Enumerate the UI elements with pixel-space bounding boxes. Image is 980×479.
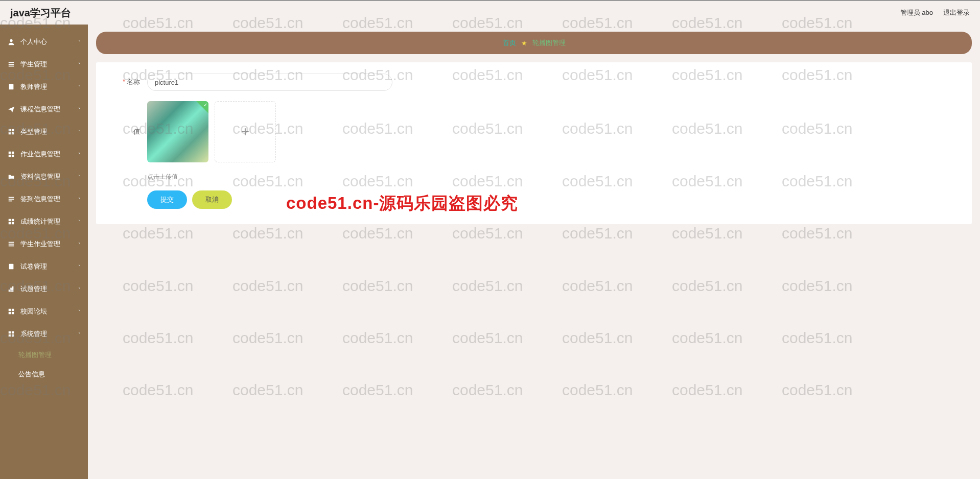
sidebar-item-student-work[interactable]: 学生作业管理 ˅ — [0, 233, 88, 255]
chevron-down-icon: ˅ — [78, 39, 81, 45]
svg-rect-32 — [12, 331, 14, 333]
svg-rect-1 — [9, 62, 14, 63]
svg-rect-30 — [12, 312, 14, 314]
sidebar-item-label: 试卷管理 — [20, 262, 47, 271]
svg-point-0 — [10, 39, 12, 42]
sidebar-item-signin[interactable]: 签到信息管理 ˅ — [0, 188, 88, 210]
svg-rect-7 — [9, 132, 11, 134]
sidebar-subitem-carousel[interactable]: 轮播图管理 — [0, 345, 88, 365]
sidebar-item-grades[interactable]: 成绩统计管理 ˅ — [0, 210, 88, 233]
sidebar-item-paper[interactable]: 试卷管理 ˅ — [0, 255, 88, 278]
name-input[interactable] — [147, 74, 392, 91]
form-row-name: 名称 — [111, 74, 956, 91]
chevron-down-icon: ˅ — [78, 264, 81, 270]
sidebar-subitem-notice[interactable]: 公告信息 — [0, 365, 88, 384]
chevron-down-icon: ˅ — [78, 242, 81, 247]
sidebar-item-label: 作业信息管理 — [20, 150, 60, 159]
svg-rect-18 — [9, 222, 11, 224]
doc-icon — [7, 83, 15, 91]
svg-rect-26 — [12, 286, 14, 292]
topbar-right: 管理员 abo 退出登录 — [900, 8, 970, 17]
uploaded-thumbnail[interactable] — [147, 101, 208, 162]
svg-rect-9 — [9, 152, 11, 154]
svg-rect-22 — [9, 246, 14, 247]
admin-label[interactable]: 管理员 abo — [900, 8, 933, 17]
sidebar-item-label: 试题管理 — [20, 284, 47, 294]
user-icon — [7, 38, 15, 46]
grid-icon — [7, 330, 15, 338]
svg-rect-11 — [9, 155, 11, 157]
sidebar-item-label: 签到信息管理 — [20, 195, 60, 204]
sidebar-item-system[interactable]: 系统管理 ˅ — [0, 323, 88, 345]
svg-rect-13 — [9, 197, 14, 198]
chevron-down-icon: ˅ — [78, 107, 81, 112]
svg-rect-12 — [12, 155, 14, 157]
upload-add-button[interactable]: + — [215, 101, 276, 162]
chevron-down-icon: ˅ — [78, 129, 81, 135]
top-bar: java学习平台 管理员 abo 退出登录 — [0, 0, 980, 25]
grid-icon — [7, 150, 15, 158]
svg-rect-15 — [9, 201, 12, 202]
svg-rect-16 — [9, 219, 11, 221]
main-area: 首页 ★ 轮播图管理 名称 值 + 点击上传值 — [88, 25, 980, 479]
cancel-button[interactable]: 取消 — [192, 190, 232, 209]
upload-area: + — [147, 101, 276, 162]
svg-rect-31 — [9, 331, 11, 333]
svg-rect-24 — [9, 290, 10, 292]
breadcrumb-home[interactable]: 首页 — [503, 38, 516, 47]
svg-rect-17 — [12, 219, 14, 221]
name-label: 名称 — [111, 74, 147, 87]
sidebar-item-label: 教师管理 — [20, 82, 47, 91]
star-icon: ★ — [521, 39, 527, 47]
sidebar-item-label: 学生管理 — [20, 60, 47, 69]
svg-rect-3 — [9, 66, 14, 67]
svg-rect-27 — [9, 309, 11, 311]
svg-rect-29 — [9, 312, 11, 314]
logout-link[interactable]: 退出登录 — [943, 8, 970, 17]
sidebar-item-type[interactable]: 类型管理 ˅ — [0, 121, 88, 143]
svg-rect-2 — [9, 64, 14, 65]
grid-icon — [7, 218, 15, 226]
value-label: 值 — [111, 127, 147, 136]
chart-icon — [7, 285, 15, 293]
chevron-down-icon: ˅ — [78, 286, 81, 292]
sidebar-item-label: 资料信息管理 — [20, 172, 60, 181]
sidebar-item-forum[interactable]: 校园论坛 ˅ — [0, 300, 88, 323]
sidebar-item-label: 课程信息管理 — [20, 105, 60, 114]
sidebar-item-question[interactable]: 试题管理 ˅ — [0, 278, 88, 300]
chevron-down-icon: ˅ — [78, 152, 81, 157]
svg-rect-21 — [9, 244, 14, 245]
app-title: java学习平台 — [10, 6, 71, 20]
svg-rect-14 — [9, 199, 14, 200]
plus-icon: + — [241, 124, 249, 140]
svg-rect-28 — [12, 309, 14, 311]
chevron-down-icon: ˅ — [78, 331, 81, 337]
sidebar-item-personal[interactable]: 个人中心 ˅ — [0, 31, 88, 53]
svg-rect-19 — [12, 222, 14, 224]
sidebar-item-label: 成绩统计管理 — [20, 217, 60, 226]
svg-rect-5 — [9, 129, 11, 131]
sidebar-item-teacher[interactable]: 教师管理 ˅ — [0, 76, 88, 98]
sidebar-item-material[interactable]: 资料信息管理 ˅ — [0, 165, 88, 188]
chevron-down-icon: ˅ — [78, 174, 81, 180]
list-icon — [7, 240, 15, 248]
chevron-down-icon: ˅ — [78, 309, 81, 315]
sidebar-item-course[interactable]: 课程信息管理 ˅ — [0, 98, 88, 121]
submit-button[interactable]: 提交 — [147, 190, 187, 209]
bars-icon — [7, 195, 15, 203]
list-icon — [7, 60, 15, 68]
sidebar-item-label: 系统管理 — [20, 329, 47, 339]
sidebar-item-label: 学生作业管理 — [20, 240, 60, 249]
svg-rect-23 — [9, 264, 14, 270]
grid-icon — [7, 128, 15, 136]
svg-rect-20 — [9, 242, 14, 243]
check-icon — [196, 101, 208, 113]
svg-rect-6 — [12, 129, 14, 131]
svg-rect-10 — [12, 152, 14, 154]
sidebar-item-label: 类型管理 — [20, 127, 47, 136]
breadcrumb: 首页 ★ 轮播图管理 — [96, 32, 972, 54]
grid-icon — [7, 307, 15, 316]
sidebar-item-student[interactable]: 学生管理 ˅ — [0, 53, 88, 76]
doc-icon — [7, 262, 15, 271]
sidebar-item-homework[interactable]: 作业信息管理 ˅ — [0, 143, 88, 165]
